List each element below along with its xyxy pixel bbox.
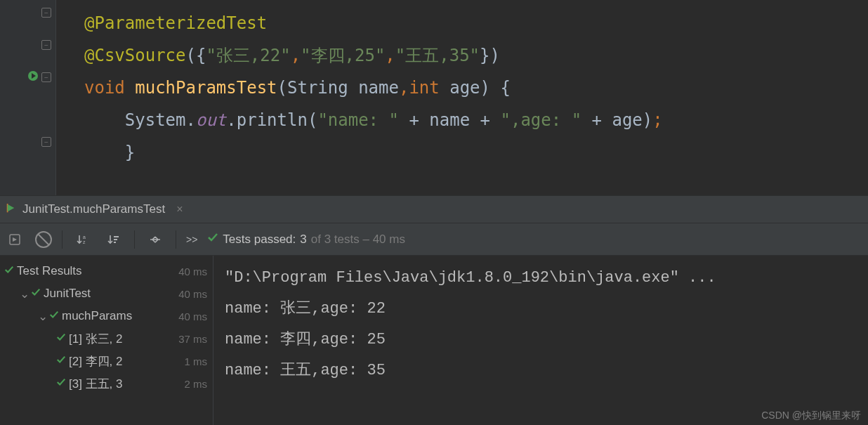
run-gutter-icon[interactable] (27, 70, 39, 84)
console-line: name: 王五,age: 35 (225, 362, 386, 379)
separator (62, 230, 63, 249)
check-icon (49, 309, 59, 323)
tree-class-node[interactable]: ⌄ JunitTest 40 ms (0, 282, 213, 305)
tree-test-leaf[interactable]: [2] 李四, 2 1 ms (0, 350, 213, 372)
test-tree: Test Results 40 ms ⌄ JunitTest 40 ms ⌄ m… (0, 256, 213, 425)
svg-rect-8 (114, 236, 119, 237)
code-editor: − − − − @ParameterizedTest @CsvSource({"… (0, 0, 868, 195)
svg-marker-5 (13, 237, 17, 242)
watermark: CSDN @快到锅里来呀 (761, 410, 861, 422)
method-name: muchParamsTest (135, 78, 277, 98)
sort-duration-icon[interactable] (103, 229, 124, 250)
test-results-panel: Test Results 40 ms ⌄ JunitTest 40 ms ⌄ m… (0, 256, 868, 425)
tree-root[interactable]: Test Results 40 ms (0, 260, 213, 282)
svg-text:z: z (83, 240, 86, 244)
check-icon (4, 264, 14, 278)
check-icon (207, 232, 218, 247)
console-line: name: 李四,age: 25 (225, 331, 386, 348)
tests-passed-summary: Tests passed: 3 of 3 tests – 40 ms (207, 232, 405, 247)
hide-pane-icon[interactable] (4, 229, 25, 250)
svg-marker-3 (8, 204, 15, 212)
chevron-down-icon[interactable]: ⌄ (37, 309, 49, 324)
svg-text:a: a (83, 235, 86, 240)
tree-test-leaf[interactable]: [1] 张三, 2 37 ms (0, 327, 213, 350)
run-tab-bar: JunitTest.muchParamsTest × (0, 195, 868, 223)
fold-icon[interactable]: − (41, 137, 51, 147)
svg-rect-9 (114, 239, 117, 240)
check-icon (56, 354, 66, 368)
separator (134, 230, 135, 249)
close-icon[interactable]: × (176, 203, 183, 216)
console-line: "D:\Program Files\Java\jdk1.8.0_192\bin\… (225, 269, 716, 287)
run-tab-icon (6, 203, 15, 216)
tree-test-leaf[interactable]: [3] 王五, 3 2 ms (0, 372, 213, 395)
code-area[interactable]: @ParameterizedTest @CsvSource({"张三,22","… (56, 0, 868, 195)
chevron-down-icon[interactable]: ⌄ (18, 287, 31, 301)
test-toolbar: az >> Tests passed: 3 of 3 tests – 40 ms (0, 223, 868, 256)
expand-all-icon[interactable] (145, 229, 166, 250)
check-icon (56, 377, 66, 391)
fold-icon[interactable]: − (41, 40, 51, 50)
console-output[interactable]: "D:\Program Files\Java\jdk1.8.0_192\bin\… (213, 256, 868, 425)
stop-icon[interactable] (35, 231, 52, 248)
run-tab-label[interactable]: JunitTest.muchParamsTest (22, 202, 165, 216)
console-line: name: 张三,age: 22 (225, 300, 386, 318)
check-icon (56, 332, 66, 346)
check-icon (31, 287, 41, 301)
tree-method-node[interactable]: ⌄ muchParams 40 ms (0, 305, 213, 327)
separator (176, 230, 176, 249)
sort-alpha-icon[interactable]: az (72, 229, 93, 250)
editor-gutter: − − − − (0, 0, 56, 195)
more-icon[interactable]: >> (186, 234, 197, 245)
svg-rect-10 (114, 242, 116, 243)
fold-icon[interactable]: − (41, 72, 51, 82)
fold-icon[interactable]: − (41, 8, 51, 18)
annotation: @CsvSource (84, 46, 186, 65)
annotation: @ParameterizedTest (84, 13, 267, 33)
